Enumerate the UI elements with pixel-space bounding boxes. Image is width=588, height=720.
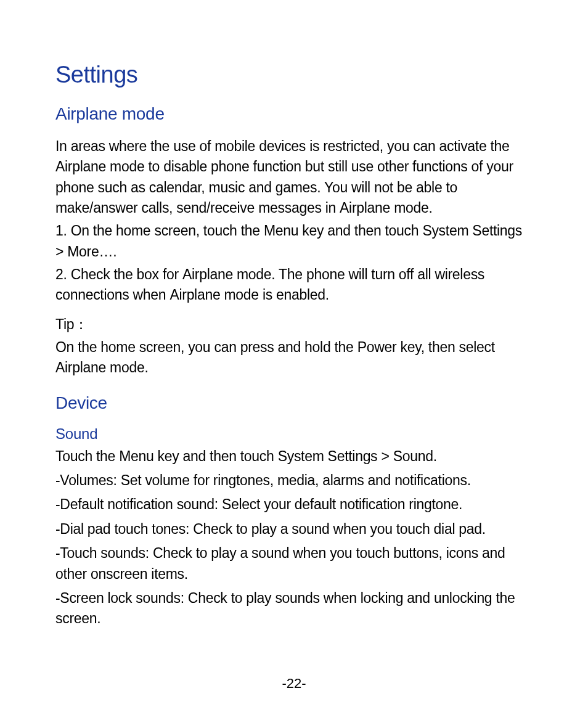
text: . [429, 200, 433, 216]
text: : Select your default notification ringt… [214, 496, 462, 512]
sound-item-volumes: -Volumes: Set volume for ringtones, medi… [55, 470, 533, 491]
tip-label: Tip： [55, 314, 533, 335]
tip-block: Tip： On the home screen, you can press a… [55, 314, 533, 378]
bold-screen-lock-sounds: Screen lock sounds [60, 590, 180, 606]
airplane-step-2: 2. Check the box for Airplane mode. The … [55, 264, 533, 306]
bold-airplane-mode: Airplane mode [182, 266, 271, 282]
text: In areas where the use of mobile devices… [55, 138, 510, 154]
airplane-intro: In areas where the use of mobile devices… [55, 136, 533, 218]
bold-touch-sounds: Touch sounds [60, 545, 145, 561]
bold-menu: Menu [264, 223, 298, 239]
text: 2. Check the box for [55, 266, 182, 282]
text: On the home screen, you can press and ho… [55, 339, 357, 355]
text: : Set volume for ringtones, media, alarm… [113, 472, 470, 488]
text: . [113, 243, 116, 260]
sound-item-touch-sounds: -Touch sounds: Check to play a sound whe… [55, 543, 533, 584]
sound-intro: Touch the Menu key and then touch System… [55, 446, 533, 467]
tip-body: On the home screen, you can press and ho… [55, 337, 533, 378]
sound-item-dial-pad: -Dial pad touch tones: Check to play a s… [55, 519, 533, 539]
text: : Check to play a sound when you touch d… [186, 521, 486, 537]
text: key and then touch [298, 223, 422, 239]
text: . [144, 359, 148, 375]
bold-airplane-mode: Airplane mode [340, 200, 428, 216]
bold-power: Power [357, 339, 397, 355]
bold-airplane-mode: Airplane mode [169, 287, 258, 303]
bold-system-settings-sound: System Settings > Sound [278, 448, 433, 464]
text: is enabled. [259, 287, 329, 303]
sound-item-default-notification: -Default notification sound: Select your… [55, 494, 533, 515]
text: Touch the [55, 448, 119, 464]
heading-device: Device [55, 393, 533, 413]
section-device: Device Sound Touch the Menu key and then… [55, 393, 533, 629]
sound-item-screen-lock: -Screen lock sounds: Check to play sound… [55, 588, 533, 629]
bold-default-notification-sound: Default notification sound [60, 496, 214, 512]
bold-dial-pad-touch-tones: Dial pad touch tones [60, 521, 186, 537]
text: 1. On the home screen, touch the [55, 223, 264, 239]
text: key and then touch [153, 448, 277, 464]
text: . [433, 448, 437, 464]
bold-airplane-mode: Airplane mode [55, 359, 144, 375]
text: key, then select [396, 339, 494, 355]
page-title: Settings [55, 62, 533, 88]
bold-volumes: Volumes [60, 472, 113, 488]
bold-menu: Menu [119, 448, 153, 464]
airplane-step-1: 1. On the home screen, touch the Menu ke… [55, 221, 533, 262]
heading-sound: Sound [55, 425, 533, 443]
heading-airplane-mode: Airplane mode [55, 104, 533, 124]
section-airplane-mode: Airplane mode In areas where the use of … [55, 104, 533, 378]
tip-label-text: Tip： [55, 316, 88, 332]
page-number: -22- [0, 676, 588, 692]
bold-airplane-mode: Airplane mode [55, 158, 144, 174]
